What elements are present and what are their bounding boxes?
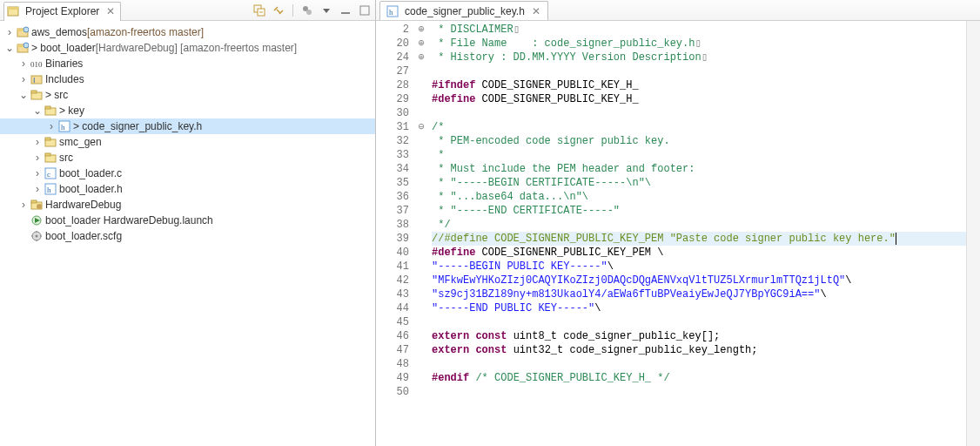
minimize-icon[interactable] [339,3,352,17]
folder-icon [44,151,57,165]
code-line[interactable]: * PEM-encoded code signer public key. [432,134,966,148]
vertical-scrollbar[interactable] [966,21,980,446]
fold-collapsed-icon[interactable]: ⊕ [414,23,428,37]
line-number: 34 [376,162,409,176]
code-line[interactable]: * "...base64 data...\n"\ [432,190,966,204]
chevron-right-icon[interactable]: › [31,136,44,148]
code-line[interactable]: //#define CODE_SIGNENR_PUBLIC_KEY_PEM "P… [432,232,966,246]
scfg-icon [30,229,44,243]
code-line[interactable]: #define CODE_SIGNENR_PUBLIC_KEY_PEM \ [432,246,966,260]
close-icon[interactable]: ✕ [532,5,540,17]
project-tree[interactable]: ›aws_demos [amazon-freertos master]⌄boot… [0,21,375,446]
code-line[interactable]: * [432,148,966,162]
code-line[interactable]: * Must include the PEM header and footer… [432,162,966,176]
folding-gutter[interactable]: ⊕⊕⊕⊖ [414,21,428,446]
chevron-right-icon[interactable]: › [31,183,44,195]
svg-text:h: h [61,123,65,132]
svg-rect-33 [31,200,37,203]
chevron-right-icon[interactable]: › [17,199,30,211]
collapse-all-icon[interactable] [252,3,266,17]
code-token: ▯ [513,24,520,36]
tree-item-label: boot_loader.scfg [45,230,122,242]
tree-item-bl_h[interactable]: ›hboot_loader.h [0,181,375,197]
editor-tabs: h code_signer_public_key.h ✕ [376,0,980,21]
chevron-down-icon[interactable]: ⌄ [31,105,44,117]
code-line[interactable]: #ifndef CODE_SIGNER_PUBLIC_KEY_H_ [432,78,966,92]
chevron-down-icon[interactable]: ⌄ [17,89,30,101]
code-line[interactable]: * "-----BEGIN CERTIFICATE-----\n"\ [432,176,966,190]
code-line[interactable] [432,106,966,120]
code-line[interactable]: #define CODE_SIGNER_PUBLIC_KEY_H_ [432,92,966,106]
tree-item-boot_loader[interactable]: ⌄boot_loader [HardwareDebug] [amazon-fre… [0,40,375,56]
tree-item-launch[interactable]: boot_loader HardwareDebug.launch [0,213,375,228]
tree-item-src[interactable]: ⌄src [0,87,375,103]
fold-none [414,78,428,92]
maximize-icon[interactable] [358,3,372,17]
code-line[interactable]: "sz9cj31BZl89ny+m813UkaolY4/aEWa6fTuBPVe… [432,287,966,301]
project-explorer-tab[interactable]: Project Explorer ✕ [3,2,121,21]
tree-item-smc_gen[interactable]: ›smc_gen [0,134,375,150]
project-explorer-title: Project Explorer [25,5,99,17]
chevron-right-icon[interactable]: › [45,120,57,132]
tree-item-label: src [59,152,73,164]
tree-item-label: Binaries [45,57,83,70]
chevron-right-icon[interactable]: › [31,167,44,179]
code-line[interactable]: extern const uint32_t code_signer_public… [432,343,966,357]
code-token: #define [432,247,475,259]
tree-item-csigner[interactable]: ›hcode_signer_public_key.h [0,118,375,134]
fold-collapsed-icon[interactable]: ⊕ [414,51,428,64]
tree-item-label: boot_loader [31,42,96,54]
code-line[interactable]: /* [432,120,966,134]
fold-none [414,329,428,343]
tree-item-includes[interactable]: ›IIncludes [0,71,375,87]
code-line[interactable]: * File Name : code_signer_public_key.h▯ [432,37,966,51]
link-editor-icon[interactable] [272,3,285,17]
editor-area: h code_signer_public_key.h ✕ 22024272829… [376,0,980,446]
tree-item-bl_c[interactable]: ›cboot_loader.c [0,166,375,181]
h-file-icon: h [44,182,57,196]
code-token: uint8_t code_signer_public_key[]; [507,330,720,342]
code-line[interactable]: "-----BEGIN PUBLIC KEY-----"\ [432,260,966,274]
chevron-down-icon[interactable]: ⌄ [3,42,16,54]
line-number: 43 [376,287,409,301]
chevron-right-icon[interactable]: › [3,26,16,38]
code-line[interactable] [432,315,966,329]
fold-collapsed-icon[interactable]: ⊕ [414,37,428,51]
tree-item-src2[interactable]: ›src [0,150,375,166]
editor-tab[interactable]: h code_signer_public_key.h ✕ [379,1,548,20]
code-line[interactable]: "-----END PUBLIC KEY-----"\ [432,301,966,315]
svg-text:I: I [33,76,36,84]
line-number: 30 [376,106,409,120]
chevron-right-icon[interactable]: › [31,152,44,164]
code-token: CODE_SIGNER_PUBLIC_KEY_H_ [475,79,638,91]
line-number: 44 [376,301,409,315]
code-line[interactable] [432,385,966,399]
tree-item-scfg[interactable]: boot_loader.scfg [0,228,375,244]
code-line[interactable]: #endif /* CODE_SIGNER_PUBLIC_KEY_H_ */ [432,371,966,385]
svg-point-34 [37,204,42,209]
tree-item-key[interactable]: ⌄key [0,103,375,118]
code-line[interactable]: extern const uint8_t code_signer_public_… [432,329,966,343]
chevron-right-icon[interactable]: › [17,73,30,85]
tree-item-aws_demos[interactable]: ›aws_demos [amazon-freertos master] [0,24,375,40]
chevron-right-icon[interactable]: › [17,57,30,70]
line-number: 28 [376,78,409,92]
tree-item-hwdebug[interactable]: ›HardwareDebug [0,197,375,213]
focus-icon[interactable] [300,3,314,17]
tree-item-label: key [59,105,84,117]
code-token: //#define CODE_SIGNENR_PUBLIC_KEY_PEM "P… [432,233,896,245]
tree-item-binaries[interactable]: ›010Binaries [0,56,375,71]
close-icon[interactable]: ✕ [106,5,115,17]
code-text[interactable]: * DISCLAIMER▯ * File Name : code_signer_… [428,21,966,446]
code-line[interactable]: * History : DD.MM.YYYY Version Descripti… [432,51,966,64]
view-menu-icon[interactable] [319,3,333,17]
fold-expanded-icon[interactable]: ⊖ [414,120,428,134]
line-number: 20 [376,37,409,51]
code-line[interactable]: "MFkwEwYHKoZIzj0CAQYIKoZIzj0DAQcDQgAENVx… [432,274,966,287]
line-number: 38 [376,218,409,232]
code-line[interactable] [432,357,966,371]
code-line[interactable] [432,64,966,78]
code-line[interactable]: * "-----END CERTIFICATE-----" [432,204,966,218]
code-line[interactable]: * DISCLAIMER▯ [432,23,966,37]
code-line[interactable]: */ [432,218,966,232]
